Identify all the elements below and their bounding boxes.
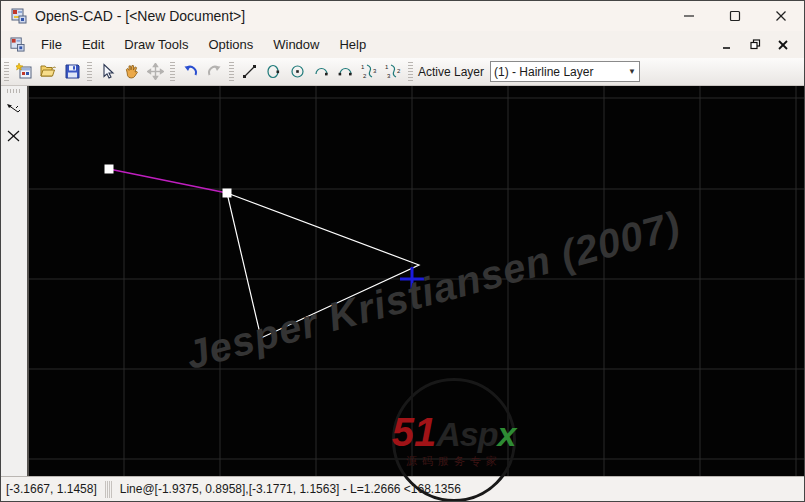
toolbar-grip[interactable]	[4, 62, 9, 82]
curve-3-point-tool-icon: 1 2 3	[360, 63, 379, 80]
menu-bar: File Edit Draw Tools Options Window Help	[1, 31, 804, 58]
cursor-position-readout: [-3.1667, 1.1458]	[1, 482, 102, 496]
document-icon	[10, 37, 25, 52]
vertex-handle[interactable]	[105, 165, 114, 174]
curve-2-point-tool-icon: 1 3 2	[384, 63, 403, 80]
toolbar-grip[interactable]	[408, 62, 413, 82]
pan-tool-button[interactable]	[119, 60, 143, 84]
toolbar-grip[interactable]	[170, 62, 175, 82]
measure-line-tool-button[interactable]	[3, 99, 25, 121]
active-layer-label: Active Layer	[418, 65, 484, 79]
svg-text:3: 3	[387, 73, 391, 79]
triangle-entity[interactable]	[227, 193, 419, 338]
selection-info-readout: Line@[-1.9375, 0.8958],[-3.1771, 1.1563]…	[115, 482, 466, 496]
undo-icon	[182, 63, 199, 80]
new-document-button[interactable]	[12, 60, 36, 84]
vertex-handle[interactable]	[223, 189, 232, 198]
menu-edit[interactable]: Edit	[72, 33, 114, 56]
arc-endpoints-tool-icon	[337, 63, 354, 80]
save-button[interactable]	[60, 60, 84, 84]
pan-hand-icon	[123, 63, 140, 80]
menu-help[interactable]: Help	[329, 33, 376, 56]
delete-cross-icon	[5, 127, 23, 145]
save-floppy-icon	[64, 63, 81, 80]
menu-file[interactable]: File	[31, 33, 72, 56]
open-file-button[interactable]	[36, 60, 60, 84]
new-document-icon	[16, 63, 33, 80]
snap-crosshair-cursor	[400, 267, 424, 291]
mdi-restore-icon	[750, 39, 761, 50]
arc-tool-button[interactable]	[309, 60, 333, 84]
ellipse-tool-button[interactable]	[261, 60, 285, 84]
maximize-icon	[729, 10, 741, 22]
move-cross-icon	[147, 63, 164, 80]
line-tool-icon	[241, 63, 258, 80]
app-icon	[11, 8, 27, 24]
arc-tool-icon	[313, 63, 330, 80]
chevron-down-icon: ▼	[628, 67, 636, 76]
svg-text:2: 2	[397, 68, 401, 74]
close-button[interactable]	[758, 1, 804, 31]
status-bar: [-3.1667, 1.1458] Line@[-1.9375, 0.8958]…	[1, 476, 804, 501]
menu-options[interactable]: Options	[198, 33, 263, 56]
menu-draw-tools[interactable]: Draw Tools	[114, 33, 198, 56]
curve-2-point-tool-button[interactable]: 1 3 2	[381, 60, 405, 84]
redo-icon	[206, 63, 223, 80]
svg-text:1: 1	[361, 64, 365, 70]
mdi-minimize-icon	[722, 40, 732, 50]
circle-center-tool-icon	[289, 63, 306, 80]
mdi-close-icon	[778, 40, 788, 50]
toolbar-grip[interactable]	[87, 62, 92, 82]
mdi-close-button[interactable]	[774, 37, 792, 53]
minimize-icon	[683, 10, 695, 22]
layer-combobox[interactable]: (1) - Hairline Layer ▼	[490, 61, 640, 82]
layer-combobox-value: (1) - Hairline Layer	[494, 65, 620, 79]
curve-3-point-tool-button[interactable]: 1 2 3	[357, 60, 381, 84]
mdi-client-area: Jesper Kristiansen (2007)	[1, 86, 804, 476]
app-window: OpenS-CAD - [<New Document>]	[0, 0, 805, 502]
measure-line-icon	[5, 101, 23, 119]
mdi-minimize-button[interactable]	[718, 37, 736, 53]
maximize-button[interactable]	[712, 1, 758, 31]
side-toolbar	[1, 86, 29, 476]
delete-cross-tool-button[interactable]	[3, 125, 25, 147]
select-tool-button[interactable]	[95, 60, 119, 84]
select-arrow-icon	[99, 63, 116, 80]
svg-text:1: 1	[385, 64, 389, 70]
line-tool-button[interactable]	[237, 60, 261, 84]
menu-window[interactable]: Window	[263, 33, 329, 56]
ellipse-tool-icon	[265, 63, 282, 80]
main-toolbar: 1 2 3 1 3 2 Active Layer (1) - Hairline …	[1, 58, 804, 86]
status-bar-grip	[105, 481, 112, 498]
redo-button[interactable]	[202, 60, 226, 84]
window-title: OpenS-CAD - [<New Document>]	[35, 8, 245, 24]
undo-button[interactable]	[178, 60, 202, 84]
open-folder-icon	[40, 63, 57, 80]
circle-center-tool-button[interactable]	[285, 60, 309, 84]
svg-text:3: 3	[373, 68, 377, 74]
toolbar-grip[interactable]	[229, 62, 234, 82]
minimize-button[interactable]	[666, 1, 712, 31]
grid-lines	[29, 86, 804, 476]
svg-text:2: 2	[363, 73, 367, 79]
side-toolbar-grip[interactable]	[7, 89, 21, 93]
move-tool-button[interactable]	[143, 60, 167, 84]
drawing-canvas[interactable]: Jesper Kristiansen (2007)	[29, 86, 804, 476]
mdi-restore-button[interactable]	[746, 37, 764, 53]
title-bar: OpenS-CAD - [<New Document>]	[1, 1, 804, 31]
close-icon	[775, 10, 787, 22]
arc-endpoints-tool-button[interactable]	[333, 60, 357, 84]
